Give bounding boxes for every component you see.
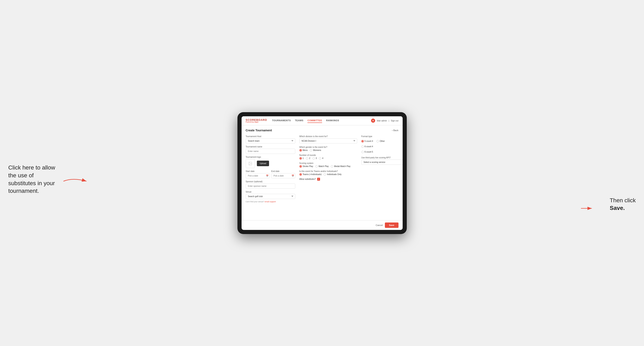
form-footer: Cancel Save (242, 220, 403, 230)
nav-username: blair admin (377, 120, 387, 122)
event-teams[interactable]: Teams (+Individuals) (300, 173, 322, 176)
allow-subs-row: Allow substitutes? (300, 178, 357, 181)
division-select[interactable]: NCAA Division I (300, 138, 357, 144)
format-6count4-radio[interactable] (361, 145, 364, 148)
scoring-radio-group: Stroke Play Match Play Medal Match Play (300, 165, 357, 168)
format-other[interactable]: Other (376, 140, 385, 143)
scoring-api-select[interactable]: Select a scoring service (361, 160, 403, 165)
end-date-label: End date (271, 170, 295, 173)
gender-group: Which gender is the event for? Mens Wome… (300, 146, 357, 152)
left-column: Tournament Host Search team Tournament n… (246, 135, 295, 203)
svg-point-1 (249, 163, 250, 163)
nav-bar: SCOREBOARD Powered by clippd TOURNAMENTS… (242, 116, 403, 125)
start-date-group: Start date 📅 (246, 170, 270, 178)
right-column: Format type 5 count 4 Other (361, 135, 403, 203)
round-3[interactable]: 3 (312, 157, 317, 160)
format-6count5-radio[interactable] (361, 151, 364, 153)
sponsor-input[interactable] (246, 183, 295, 189)
left-arrow (62, 175, 88, 187)
rounds-radio-group: 1 2 3 (300, 157, 357, 160)
event-individuals-radio[interactable] (324, 173, 326, 176)
calendar-icon: 📅 (266, 175, 268, 177)
event-individuals[interactable]: Individuals Only (324, 173, 342, 176)
allow-subs-label: Allow substitutes? (300, 178, 316, 180)
back-link[interactable]: ‹ Back (392, 129, 398, 132)
page-content: Create Tournament ‹ Back Tournament Host… (242, 125, 403, 220)
round-4[interactable]: 4 (319, 157, 323, 160)
scoring-stroke[interactable]: Stroke Play (300, 165, 313, 168)
cancel-button[interactable]: Cancel (376, 224, 383, 226)
division-label: Which division is the event for? (300, 135, 357, 138)
left-annotation: Click here to allow the use of substitut… (8, 164, 62, 195)
nav-separator: | (388, 120, 389, 122)
nav-teams[interactable]: TEAMS (295, 118, 303, 123)
gender-mens-radio[interactable] (300, 149, 302, 152)
scoring-stroke-radio[interactable] (300, 165, 302, 168)
event-teams-radio[interactable] (300, 173, 302, 176)
page-wrapper: Click here to allow the use of substitut… (8, 112, 636, 234)
logo-powered: Powered by clippd (246, 121, 267, 123)
scoring-api-section: Use third-party live scoring API? Select… (361, 157, 403, 165)
format-6count5[interactable]: 6 count 5 (361, 151, 373, 153)
round-2[interactable]: 2 (306, 157, 310, 160)
tournament-host-select[interactable]: Search team (246, 138, 295, 144)
scoring-group: Scoring system Stroke Play Match Play (300, 162, 357, 168)
form-layout: Tournament Host Search team Tournament n… (246, 135, 398, 203)
tournament-host-group: Tournament Host Search team (246, 135, 295, 144)
tournament-name-group: Tournament name (246, 146, 295, 154)
gender-womens[interactable]: Womens (310, 149, 321, 152)
format-5count4[interactable]: 5 count 4 (361, 140, 373, 143)
gender-mens[interactable]: Mens (300, 149, 308, 152)
scoring-medal-radio[interactable] (331, 165, 333, 168)
gender-womens-radio[interactable] (310, 149, 312, 152)
format-row-2: 6 count 4 (361, 145, 403, 148)
format-5count4-radio[interactable] (361, 140, 364, 143)
round-3-radio[interactable] (312, 157, 315, 160)
end-date-wrap: 📅 (271, 173, 295, 178)
nav-tournaments[interactable]: TOURNAMENTS (272, 118, 291, 123)
nav-user: B blair admin | Sign out (371, 119, 398, 123)
logo-text: SCOREBOARD (246, 119, 267, 121)
format-row-1: 5 count 4 Other (361, 140, 403, 143)
right-annotation: Then click Save. (610, 196, 636, 212)
right-arrow (579, 205, 594, 212)
gender-radio-group: Mens Womens (300, 149, 357, 152)
venue-group: Venue Search golf club Can't find your v… (246, 191, 295, 203)
start-date-wrap: 📅 (246, 173, 270, 178)
calendar-icon-2: 📅 (292, 175, 294, 177)
round-2-radio[interactable] (306, 157, 308, 160)
scoring-medal[interactable]: Medal Match Play (331, 165, 350, 168)
round-1[interactable]: 1 (300, 157, 304, 160)
upload-button[interactable]: Upload (257, 161, 269, 166)
tournament-name-label: Tournament name (246, 146, 295, 148)
format-type-label: Format type (361, 135, 403, 138)
tablet-screen: SCOREBOARD Powered by clippd TOURNAMENTS… (242, 116, 403, 230)
page-title: Create Tournament (246, 129, 272, 132)
scoring-match[interactable]: Match Play (315, 165, 329, 168)
save-button[interactable]: Save (385, 222, 398, 228)
venue-email-link[interactable]: email support (265, 201, 276, 203)
sponsor-label: Sponsor (optional) (246, 180, 295, 183)
scoring-api-label: Use third-party live scoring API? (361, 157, 403, 159)
tournament-name-input[interactable] (246, 149, 295, 154)
event-for-group: Is this event for Teams and/or Individua… (300, 170, 357, 176)
division-group: Which division is the event for? NCAA Di… (300, 135, 357, 144)
nav-committee[interactable]: COMMITTEE (308, 118, 322, 123)
round-4-radio[interactable] (319, 157, 321, 160)
event-for-label: Is this event for Teams and/or Individua… (300, 170, 357, 173)
round-1-radio[interactable] (300, 157, 302, 160)
scoring-match-radio[interactable] (315, 165, 318, 168)
format-other-radio[interactable] (376, 140, 379, 143)
gender-label: Which gender is the event for? (300, 146, 357, 148)
start-date-label: Start date (246, 170, 270, 173)
allow-subs-checkbox[interactable] (317, 178, 320, 181)
nav-links: TOURNAMENTS TEAMS COMMITTEE RANKINGS (272, 118, 371, 123)
logo-upload-area: Upload (246, 159, 295, 168)
nav-rankings[interactable]: RANKINGS (326, 118, 339, 123)
venue-select[interactable]: Search golf club (246, 194, 295, 199)
annotation-text: Click here to allow the use of substitut… (8, 164, 55, 194)
nav-signout[interactable]: Sign out (391, 120, 398, 122)
venue-hint: Can't find your venue? email support (246, 201, 295, 203)
format-6count4[interactable]: 6 count 4 (361, 145, 373, 148)
tournament-logo-group: Tournament logo Upload (246, 156, 295, 168)
